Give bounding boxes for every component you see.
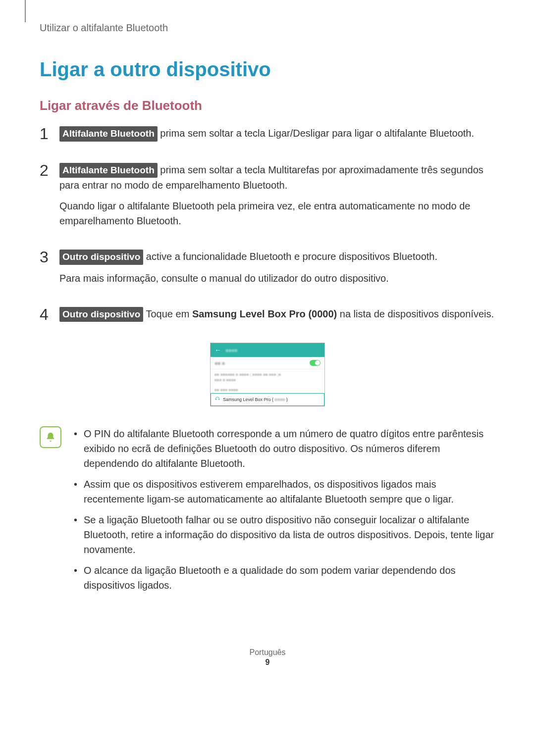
step-text: prima sem soltar a tecla Ligar/Desligar …: [158, 128, 474, 139]
screenshot-device-row: Samsung Level Box Pro (■■■■): [211, 393, 324, 406]
note-list: • O PIN do altifalante Bluetooth corresp…: [74, 426, 495, 599]
step-extra: Para mais informação, consulte o manual …: [59, 271, 495, 286]
note-block: • O PIN do altifalante Bluetooth corresp…: [40, 426, 495, 599]
bullet-icon: •: [74, 477, 84, 506]
headset-icon: [215, 397, 220, 403]
step-3: 3 Outro dispositivo active a funcionalid…: [40, 249, 495, 292]
device-tag: Altifalante Bluetooth: [59, 126, 158, 142]
step-1: 1 Altifalante Bluetooth prima sem soltar…: [40, 126, 495, 148]
note-item: • Se a ligação Bluetooth falhar ou se ou…: [74, 512, 495, 557]
screenshot-pin-blur: ■■■■: [273, 397, 286, 402]
note-text: Se a ligação Bluetooth falhar ou se outr…: [84, 512, 495, 557]
step-number: 4: [40, 306, 59, 328]
step-text-after: na lista de dispositivos disponíveis.: [337, 308, 494, 319]
step-body: Altifalante Bluetooth prima sem soltar a…: [59, 126, 495, 148]
device-tag: Outro dispositivo: [59, 250, 143, 265]
note-text: O PIN do altifalante Bluetooth correspon…: [84, 426, 495, 471]
note-text: Assim que os dispositivos estiverem empa…: [84, 477, 495, 506]
step-number: 1: [40, 126, 59, 148]
screenshot-header: ← ■■■■: [211, 343, 324, 357]
bullet-icon: •: [74, 563, 84, 593]
step-text: active a funcionalidade Bluetooth e proc…: [143, 251, 437, 262]
step-body: Altifalante Bluetooth prima sem soltar a…: [59, 162, 495, 235]
step-2: 2 Altifalante Bluetooth prima sem soltar…: [40, 162, 495, 235]
note-item: • O PIN do altifalante Bluetooth corresp…: [74, 426, 495, 471]
step-extra: Quando ligar o altifalante Bluetooth pel…: [59, 199, 495, 228]
note-icon: [40, 426, 61, 448]
side-rule: [25, 0, 26, 22]
toggle-on-icon: [310, 360, 321, 366]
back-icon: ←: [214, 346, 221, 354]
step-4: 4 Outro dispositivo Toque em Samsung Lev…: [40, 306, 495, 328]
bell-icon: [45, 432, 56, 443]
page-title: Ligar a outro dispositivo: [40, 58, 495, 81]
step-body: Outro dispositivo Toque em Samsung Level…: [59, 306, 495, 328]
step-number: 3: [40, 249, 59, 292]
step-body: Outro dispositivo active a funcionalidad…: [59, 249, 495, 292]
section-subtitle: Ligar através de Bluetooth: [40, 98, 495, 113]
running-header: Utilizar o altifalante Bluetooth: [40, 22, 495, 34]
page: Utilizar o altifalante Bluetooth Ligar a…: [0, 0, 535, 682]
device-tag: Altifalante Bluetooth: [59, 163, 158, 178]
screenshot-desc-blur: ■■ ■■■■■■ ■ ■■■■ ( ■■■■ ■■ ■■■ )■■■■ ■ ■…: [211, 369, 324, 385]
note-item: • O alcance da ligação Bluetooth e a qua…: [74, 563, 495, 593]
footer-page-number: 9: [40, 658, 495, 667]
bluetooth-settings-screenshot: ← ■■■■ ■■ ■ ■■ ■■■■■■ ■ ■■■■ ( ■■■■ ■■ ■…: [210, 343, 325, 406]
screenshot-toggle-row: ■■ ■: [211, 357, 324, 369]
screenshot-row-blur: ■■ ■: [214, 360, 310, 366]
screenshot-device-name: Samsung Level Box Pro (: [223, 397, 273, 402]
footer-language: Português: [40, 648, 495, 657]
device-tag: Outro dispositivo: [59, 307, 143, 322]
step-text-before: Toque em: [143, 308, 192, 319]
screenshot-title-blur: ■■■■: [225, 348, 321, 353]
note-text: O alcance da ligação Bluetooth e a quali…: [84, 563, 495, 593]
step-bold: Samsung Level Box Pro (0000): [192, 308, 337, 319]
screenshot-device-close: ): [286, 397, 288, 402]
step-number: 2: [40, 162, 59, 235]
page-footer: Português 9: [40, 648, 495, 667]
bullet-icon: •: [74, 512, 84, 557]
bullet-icon: •: [74, 426, 84, 471]
screenshot-section-blur: ■■ ■■■ ■■■■: [211, 385, 324, 393]
note-item: • Assim que os dispositivos estiverem em…: [74, 477, 495, 506]
